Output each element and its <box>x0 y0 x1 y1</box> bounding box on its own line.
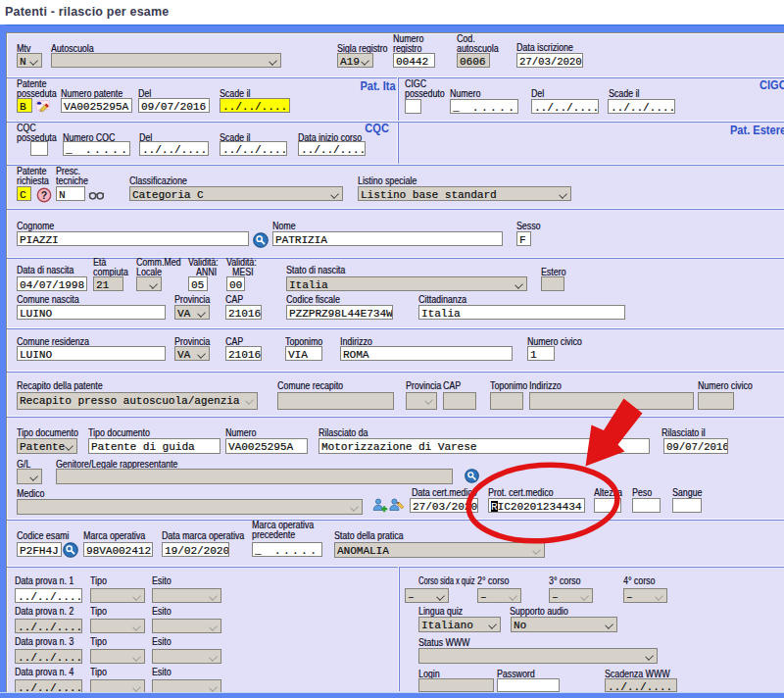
svg-text:?: ? <box>41 189 47 201</box>
